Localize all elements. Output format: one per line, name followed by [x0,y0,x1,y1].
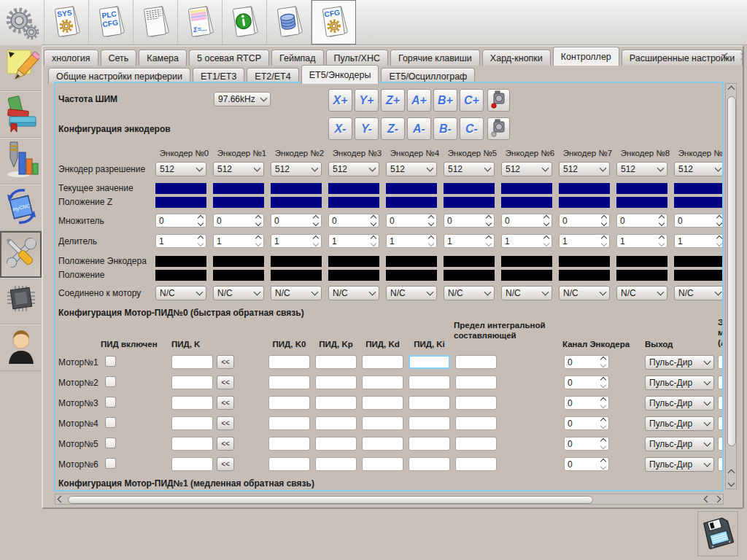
output-type-select[interactable]: Пульс-Дир [645,355,714,370]
motor-jog-plus-button[interactable] [487,89,510,112]
spin-down-icon[interactable] [255,241,261,246]
info-button[interactable] [222,0,267,44]
copy-back-button[interactable]: << [217,355,234,369]
pid-ki-input[interactable] [409,491,450,491]
main-tab[interactable]: хнология [44,50,98,66]
pid-k-input[interactable] [171,457,213,471]
pid-ki-input[interactable] [409,376,450,389]
sidebar-item-user[interactable] [0,324,42,371]
scroll-left-button[interactable] [56,494,66,504]
pid-enabled-checkbox[interactable] [105,438,116,448]
spin-down-icon[interactable] [716,241,722,246]
pid-kd-input[interactable] [362,416,403,430]
pid-kp-input[interactable] [315,376,357,389]
encoder-channel-spinner[interactable]: 0 [564,396,609,410]
pid-k0-input[interactable] [268,396,310,410]
spin-down-icon[interactable] [600,402,606,408]
text-document-button[interactable] [133,0,178,44]
divider-spinner[interactable]: 1 [213,234,264,248]
spin-down-icon[interactable] [659,220,665,226]
divider-spinner[interactable]: 1 [386,234,437,248]
connected-motor-select[interactable]: N/C [444,286,495,300]
encoder-channel-spinner[interactable]: 0 [564,416,609,430]
pid-kp-input[interactable] [315,396,357,410]
divider-spinner[interactable]: 1 [444,234,495,248]
pid-integral-limit-input[interactable] [455,396,497,410]
spin-down-icon[interactable] [716,220,722,226]
pid-k0-input[interactable] [268,457,310,471]
main-tab[interactable]: Контроллер [553,47,619,66]
axis-minus-button[interactable]: Y- [355,117,379,140]
pid-ki-input[interactable] [409,437,450,451]
pid-integral-limit-input[interactable] [455,355,497,369]
cfg-config-button[interactable]: CFG [311,0,356,44]
pid-integral-limit-input[interactable] [455,437,497,451]
spin-down-icon[interactable] [600,382,606,388]
spin-down-icon[interactable] [428,241,434,246]
spin-down-icon[interactable] [601,241,607,246]
multiplier-spinner[interactable]: 0 [328,214,379,228]
encoder-channel-spinner[interactable]: 0 [564,457,609,471]
encoder-channel-spinner[interactable]: 0 [564,437,609,451]
vertical-scroll-thumb[interactable] [727,96,736,446]
pid-integral-limit-input[interactable] [455,376,497,389]
axis-minus-button[interactable]: B- [433,117,457,140]
spin-down-icon[interactable] [486,220,492,226]
connected-motor-select[interactable]: N/C [501,286,552,300]
spin-down-icon[interactable] [486,241,492,246]
axis-plus-button[interactable]: Y+ [355,89,379,112]
pid-k-input[interactable] [171,491,213,491]
spin-down-icon[interactable] [198,241,204,246]
encoder-channel-spinner[interactable]: 0 [564,491,609,491]
resolution-select[interactable]: 512 [213,162,264,176]
pid-k0-input[interactable] [268,491,310,491]
pid-kp-input[interactable] [315,457,357,471]
multiplier-spinner[interactable]: 0 [271,214,322,228]
spin-down-icon[interactable] [600,362,606,368]
axis-plus-button[interactable]: C+ [460,89,484,112]
spin-down-icon[interactable] [428,220,434,226]
horizontal-scrollbar[interactable] [55,494,724,505]
encoder-channel-spinner[interactable]: 0 [564,376,609,389]
pid-k-input[interactable] [171,437,213,451]
axis-plus-button[interactable]: B+ [433,89,457,112]
spin-down-icon[interactable] [543,241,549,246]
axis-plus-button[interactable]: Z+ [381,89,405,112]
pid-ki-input[interactable] [409,396,450,410]
sidebar-item-docs[interactable] [0,91,42,138]
resolution-select[interactable]: 512 [271,162,322,176]
resolution-select[interactable]: 512 [444,162,495,176]
macro-list-button[interactable]: Σ=... [178,0,222,44]
vertical-scrollbar[interactable] [725,83,737,489]
spin-down-icon[interactable] [600,423,606,429]
main-tab[interactable]: Горячие клавиши [390,50,480,66]
output-type-select[interactable]: Пульс-Дир [645,491,714,491]
output-type-select[interactable]: Пульс-Дир [645,376,714,390]
output-type-select[interactable]: Пульс-Дир [645,396,714,411]
resolution-select[interactable]: 512 [386,162,437,176]
pid-k-input[interactable] [171,396,213,410]
multiplier-spinner[interactable]: 0 [213,214,264,228]
divider-spinner[interactable]: 1 [616,234,667,248]
scroll-right-button[interactable] [713,494,722,504]
multiplier-spinner[interactable]: 0 [155,214,206,228]
axis-minus-button[interactable]: A- [407,117,431,140]
main-tab[interactable]: 5 осевая RTCP [189,50,269,66]
copy-back-button[interactable]: << [217,396,234,410]
pid-k-input[interactable] [171,416,213,430]
clipped-select[interactable] [718,437,724,451]
main-tab[interactable]: Пульт/XHC [326,50,388,66]
connected-motor-select[interactable]: N/C [616,286,667,300]
database-button[interactable] [267,0,311,44]
pid-k0-input[interactable] [268,376,310,389]
multiplier-spinner[interactable]: 0 [444,214,495,228]
sidebar-item-settings[interactable] [0,231,42,278]
connected-motor-select[interactable]: N/C [213,286,264,300]
pid-integral-limit-input[interactable] [455,416,497,430]
clipped-select[interactable] [718,396,724,410]
motor-jog-minus-button[interactable] [487,117,510,140]
pid-kd-input[interactable] [362,457,403,471]
main-tab[interactable]: Хард-кнопки [482,50,551,66]
resolution-select[interactable]: 512 [155,162,206,176]
encoder-channel-spinner[interactable]: 0 [564,355,609,369]
